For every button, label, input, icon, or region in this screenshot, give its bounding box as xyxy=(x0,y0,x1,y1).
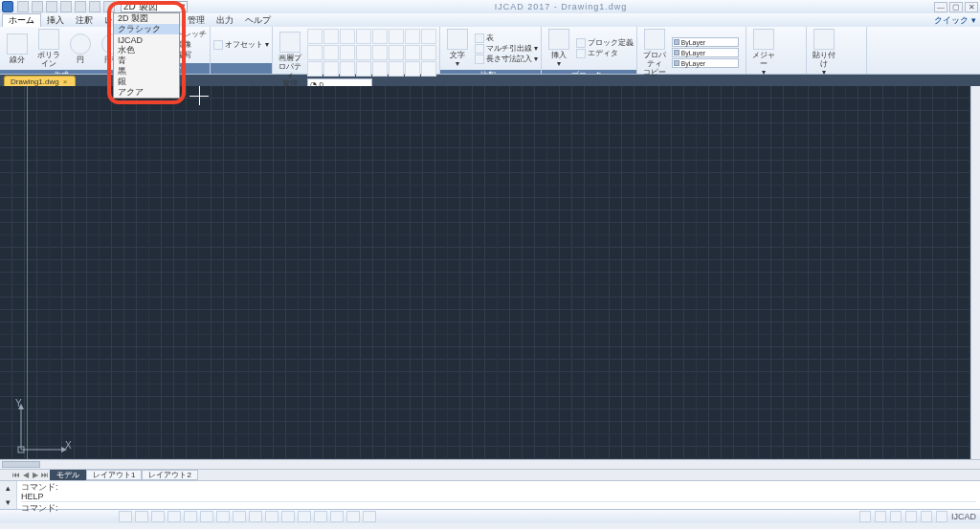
status-icon[interactable] xyxy=(859,511,871,522)
ribbon-button[interactable]: ポリライン xyxy=(34,29,63,68)
ribbon-small-button[interactable]: オフセット ▾ xyxy=(213,40,269,50)
layer-tool-button[interactable] xyxy=(356,29,371,44)
ribbon-tab[interactable]: 注釈 xyxy=(70,13,99,27)
status-toggle[interactable] xyxy=(200,511,213,522)
layer-tool-button[interactable] xyxy=(307,45,323,60)
ribbon-button[interactable]: 文字▾ xyxy=(443,29,472,68)
qat-button[interactable] xyxy=(75,1,86,12)
status-icon[interactable] xyxy=(921,511,932,522)
ribbon-small-button[interactable]: エディタ xyxy=(576,49,634,58)
layout-nav-prev[interactable]: ◀ xyxy=(21,471,31,479)
document-tab[interactable]: Drawing1.dwg × xyxy=(4,76,76,86)
property-combo[interactable]: ByLayer xyxy=(672,48,739,57)
status-toggle[interactable] xyxy=(330,511,344,522)
workspace-option[interactable]: アクア xyxy=(114,87,179,98)
layer-tool-button[interactable] xyxy=(323,29,339,44)
ribbon-small-button[interactable]: 表 xyxy=(475,33,538,43)
chevron-down-icon[interactable]: ▾ xyxy=(6,497,11,507)
status-icon[interactable] xyxy=(936,511,947,522)
status-icon[interactable] xyxy=(905,511,917,522)
ribbon-button[interactable]: プロパティコピー xyxy=(640,29,669,77)
qat-button[interactable] xyxy=(89,1,100,12)
ribbon-button[interactable]: 画層プロパティ管理 xyxy=(276,32,304,88)
layer-tool-button[interactable] xyxy=(372,29,388,44)
ribbon-panel-title[interactable]: 作成 ▾ xyxy=(0,70,129,74)
qat-button[interactable] xyxy=(103,1,115,12)
ribbon-button[interactable]: 挿入▾ xyxy=(545,29,573,68)
qat-button[interactable] xyxy=(60,1,72,12)
layer-tool-button[interactable] xyxy=(340,45,355,60)
layer-tool-button[interactable] xyxy=(356,61,371,77)
status-toggle[interactable] xyxy=(119,511,132,522)
status-toggle[interactable] xyxy=(167,511,181,522)
ribbon-tab[interactable]: ホーム xyxy=(2,13,41,27)
property-combo[interactable]: ByLayer xyxy=(672,58,739,68)
ribbon-small-button[interactable]: 長さ寸法記入 ▾ xyxy=(475,55,538,64)
status-toggle[interactable] xyxy=(135,511,148,522)
status-icon[interactable] xyxy=(890,511,902,522)
layout-nav-next[interactable]: ▶ xyxy=(31,471,40,479)
workspace-combo[interactable]: 2D 製図 xyxy=(121,1,188,12)
status-toggle[interactable] xyxy=(184,511,197,522)
ribbon-panel-title[interactable]: ブロック ▾ xyxy=(542,70,636,74)
layout-tab[interactable]: モデル xyxy=(50,470,86,480)
scrollbar-horizontal[interactable] xyxy=(0,459,980,469)
ribbon-tab[interactable]: ヘルプ xyxy=(239,13,277,27)
layer-tool-button[interactable] xyxy=(421,45,436,60)
layer-tool-button[interactable] xyxy=(421,61,436,77)
layer-tool-button[interactable] xyxy=(389,61,404,77)
workspace-dropdown[interactable]: 2D 製図クラシックIJCAD水色青黒銀アクア xyxy=(113,12,180,99)
layer-tool-button[interactable] xyxy=(340,29,355,44)
status-toggle[interactable] xyxy=(151,511,165,522)
layer-tool-button[interactable] xyxy=(372,45,388,60)
qat-button[interactable] xyxy=(32,1,43,12)
ribbon-small-button[interactable]: マルチ引出線 ▾ xyxy=(475,44,538,54)
layer-tool-button[interactable] xyxy=(323,45,339,60)
status-toggle[interactable] xyxy=(363,511,376,522)
ribbon-tab[interactable]: 管理 xyxy=(182,13,211,27)
ribbon-panel-title[interactable] xyxy=(211,63,272,74)
close-icon[interactable]: × xyxy=(63,77,68,86)
status-toggle[interactable] xyxy=(298,511,311,522)
property-combo[interactable]: ByLayer xyxy=(672,37,739,47)
status-toggle[interactable] xyxy=(346,511,360,522)
scrollbar-vertical[interactable] xyxy=(970,86,980,459)
command-window[interactable]: ▴ ▾ コマンド: HELP コマンド: xyxy=(0,480,980,509)
layer-tool-button[interactable] xyxy=(340,61,355,77)
minimize-button[interactable]: — xyxy=(934,2,947,12)
status-toggle[interactable] xyxy=(265,511,278,522)
ribbon-button[interactable]: 貼り付け▾ xyxy=(810,29,838,77)
layer-tool-button[interactable] xyxy=(421,29,436,44)
status-toggle[interactable] xyxy=(314,511,327,522)
layer-tool-button[interactable] xyxy=(405,45,420,60)
qat-button[interactable] xyxy=(46,1,57,12)
status-toggle[interactable] xyxy=(216,511,230,522)
ribbon-button[interactable]: 線分 xyxy=(3,33,32,64)
maximize-button[interactable]: ▢ xyxy=(949,2,963,12)
quick-access-menu[interactable]: クイック ▾ xyxy=(934,14,976,27)
status-toggle[interactable] xyxy=(249,511,262,522)
app-icon[interactable] xyxy=(2,1,13,12)
status-toggle[interactable] xyxy=(281,511,295,522)
status-icon[interactable] xyxy=(875,511,886,522)
workspace-option[interactable]: クラシック xyxy=(114,24,179,34)
layer-tool-button[interactable] xyxy=(372,61,388,77)
status-toggle[interactable] xyxy=(233,511,246,522)
layer-tool-button[interactable] xyxy=(389,29,404,44)
layer-tool-button[interactable] xyxy=(323,61,339,77)
ribbon-tab[interactable]: 出力 xyxy=(211,13,239,27)
close-button[interactable]: ✕ xyxy=(965,2,978,12)
layer-tool-button[interactable] xyxy=(356,45,371,60)
layout-tab[interactable]: レイアウト1 xyxy=(86,470,142,480)
layer-tool-button[interactable] xyxy=(405,61,420,77)
layer-tool-button[interactable] xyxy=(405,29,420,44)
ribbon-button[interactable]: 円 xyxy=(66,33,95,64)
ribbon-tab[interactable]: 挿入 xyxy=(41,13,70,27)
qat-button[interactable] xyxy=(17,1,29,12)
layout-tab[interactable]: レイアウト2 xyxy=(142,470,197,480)
layout-nav-first[interactable]: ⏮ xyxy=(11,471,21,479)
layout-nav-last[interactable]: ⏭ xyxy=(40,471,50,479)
layer-tool-button[interactable] xyxy=(389,45,404,60)
layer-tool-button[interactable] xyxy=(307,61,323,77)
ribbon-panel-title[interactable]: 注釈 ▾ xyxy=(440,70,541,74)
